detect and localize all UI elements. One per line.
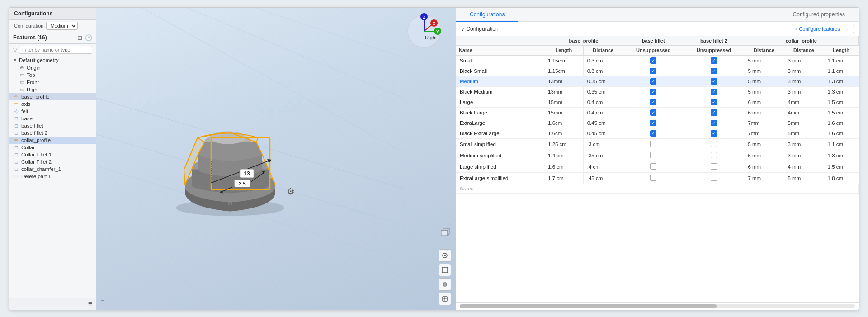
cell-bf-unsuppressed[interactable] xyxy=(623,150,684,161)
cell-bf-unsuppressed[interactable]: ✓ xyxy=(623,97,684,107)
cell-bf2-unsuppressed[interactable]: ✓ xyxy=(684,107,744,118)
cell-bf2-unsuppressed[interactable] xyxy=(684,138,744,150)
tree-item-label: collar_profile xyxy=(21,137,51,143)
features-header: Features (16) ⊞ 🕐 xyxy=(9,32,96,44)
checkbox-bf2[interactable] xyxy=(711,141,717,147)
checkbox-bf[interactable] xyxy=(650,175,656,181)
cell-bf2-unsuppressed[interactable] xyxy=(684,161,744,172)
col-header-row: Name Length Distance Unsuppressed Unsupp… xyxy=(456,45,859,55)
checkbox-bf[interactable]: ✓ xyxy=(650,109,656,116)
tool-btn-4[interactable] xyxy=(439,293,451,305)
tool-btn-1[interactable] xyxy=(439,249,451,262)
table-row[interactable]: Black Large15mm0.4 cm✓✓6 mm4mm1.5 cm xyxy=(456,107,859,118)
cell-bf2-unsuppressed[interactable]: ✓ xyxy=(684,97,744,107)
new-config-row[interactable]: Name xyxy=(456,184,859,193)
cube-nav-icon[interactable] xyxy=(439,227,450,240)
tree-item-collar-fillet-2[interactable]: ◻ Collar Fillet 2 xyxy=(9,158,96,166)
checkbox-bf[interactable]: ✓ xyxy=(650,99,656,105)
tree-item-base[interactable]: ◻ base xyxy=(9,115,96,122)
cell-bf-unsuppressed[interactable] xyxy=(623,161,684,172)
configure-features-btn[interactable]: + Configure features xyxy=(795,26,840,32)
tree-item-delete-part-1[interactable]: ◻ Delete part 1 xyxy=(9,173,96,180)
table-row[interactable]: ExtraLarge1.6cm0.45 cm✓✓7mm5mm1.6 cm xyxy=(456,118,859,128)
tool-btn-2[interactable] xyxy=(439,264,451,276)
checkbox-bf[interactable] xyxy=(650,152,656,158)
cell-bf-unsuppressed[interactable] xyxy=(623,172,684,184)
cell-bf-unsuppressed[interactable]: ✓ xyxy=(623,76,684,86)
cell-bf-unsuppressed[interactable] xyxy=(623,138,684,150)
checkbox-bf[interactable] xyxy=(650,163,656,170)
table-row[interactable]: Medium simplified1.4 cm.35 cm5 mm3 mm1.3… xyxy=(456,150,859,161)
cell-bf-unsuppressed[interactable]: ✓ xyxy=(623,118,684,128)
viewport-gizmo[interactable]: X Y Z xyxy=(406,13,442,49)
tree-item-axis[interactable]: ✏ axis xyxy=(9,100,96,108)
timeline-btn[interactable]: ≡ xyxy=(88,300,92,308)
timeline-bottom-icon[interactable]: ≡ xyxy=(101,298,104,305)
checkbox-bf2[interactable]: ✓ xyxy=(711,57,717,64)
checkbox-bf2[interactable]: ✓ xyxy=(711,68,717,74)
table-row[interactable]: Large simplified1.6 cm.4 cm6 mm4 mm1.5 c… xyxy=(456,161,859,172)
cell-bf2-unsuppressed[interactable]: ✓ xyxy=(684,118,744,128)
tree-item-base-fillet[interactable]: ◻ base fillet xyxy=(9,122,96,129)
tree-item-collar-chamfer-1[interactable]: ◻ collar_chamfer_1 xyxy=(9,166,96,173)
checkbox-bf2[interactable] xyxy=(711,152,717,158)
checkbox-bf[interactable]: ✓ xyxy=(650,120,656,126)
tree-section-default-geometry[interactable]: ▼ Default geometry xyxy=(9,56,96,64)
horizontal-scrollbar[interactable] xyxy=(460,304,855,308)
checkbox-bf2[interactable]: ✓ xyxy=(711,120,717,126)
scrollbar-thumb[interactable] xyxy=(460,304,717,308)
checkbox-bf2[interactable] xyxy=(711,163,717,170)
checkbox-bf[interactable] xyxy=(650,141,656,147)
cell-bf-unsuppressed[interactable]: ✓ xyxy=(623,107,684,118)
checkbox-bf2[interactable] xyxy=(711,175,717,181)
tab-configurations[interactable]: Configurations xyxy=(456,8,518,22)
tree-item-base-fillet-2[interactable]: ◻ base fillet 2 xyxy=(9,129,96,137)
table-row[interactable]: Small1.15cm0.3 cm✓✓5 mm3 mm1.1 cm xyxy=(456,55,859,66)
tree-item-base-profile[interactable]: ✏ base_profile xyxy=(9,93,96,100)
checkbox-bf2[interactable]: ✓ xyxy=(711,78,717,85)
toggle-view-icon[interactable]: ⊞ xyxy=(77,34,82,41)
cell-bf2-unsuppressed[interactable] xyxy=(684,150,744,161)
table-row[interactable]: ExtraLarge simplified1.7 cm.45 cm7 mm5 m… xyxy=(456,172,859,184)
cell-bf2-unsuppressed[interactable]: ✓ xyxy=(684,76,744,86)
tree-item-collar-profile[interactable]: ✏ collar_profile xyxy=(9,137,96,144)
table-row[interactable]: Small simplified1.25 cm.3 cm5 mm3 mm1.1 … xyxy=(456,138,859,150)
table-row[interactable]: Medium13mm0.35 cm✓✓5 mm3 mm1.3 cm xyxy=(456,76,859,86)
config-select[interactable]: Medium Small Large xyxy=(46,22,78,30)
tab-configured-properties[interactable]: Configured properties xyxy=(779,8,859,22)
cell-bf-unsuppressed[interactable]: ✓ xyxy=(623,66,684,76)
checkbox-bf[interactable]: ✓ xyxy=(650,78,656,85)
cell-bf2-unsuppressed[interactable]: ✓ xyxy=(684,86,744,97)
cell-bf-unsuppressed[interactable]: ✓ xyxy=(623,128,684,138)
tool-btn-3[interactable] xyxy=(439,278,451,291)
cell-bf-unsuppressed[interactable]: ✓ xyxy=(623,86,684,97)
checkbox-bf2[interactable]: ✓ xyxy=(711,130,717,137)
more-options-btn[interactable]: ··· xyxy=(844,25,854,33)
checkbox-bf[interactable]: ✓ xyxy=(650,57,656,64)
checkbox-bf[interactable]: ✓ xyxy=(650,68,656,74)
cell-bf2-unsuppressed[interactable] xyxy=(684,172,744,184)
cell-bf-unsuppressed[interactable]: ✓ xyxy=(623,55,684,66)
checkbox-bf2[interactable]: ✓ xyxy=(711,89,717,95)
new-config-name-input[interactable]: Name xyxy=(456,184,859,193)
table-row[interactable]: Black ExtraLarge1.6cm0.45 cm✓✓7mm5mm1.6 … xyxy=(456,128,859,138)
clock-icon[interactable]: 🕐 xyxy=(85,34,92,41)
tree-item-collar[interactable]: ◻ Collar xyxy=(9,144,96,151)
checkbox-bf2[interactable]: ✓ xyxy=(711,109,717,116)
cell-bf2-unsuppressed[interactable]: ✓ xyxy=(684,128,744,138)
tree-item-collar-fillet-1[interactable]: ◻ Collar Fillet 1 xyxy=(9,151,96,158)
cell-bf2-unsuppressed[interactable]: ✓ xyxy=(684,55,744,66)
tree-item-top[interactable]: ▭ Top xyxy=(9,71,96,79)
table-row[interactable]: Black Medium13mm0.35 cm✓✓5 mm3 mm1.3 cm xyxy=(456,86,859,97)
table-row[interactable]: Large15mm0.4 cm✓✓6 mm4mm1.5 cm xyxy=(456,97,859,107)
cell-bf2-unsuppressed[interactable]: ✓ xyxy=(684,66,744,76)
checkbox-bf[interactable]: ✓ xyxy=(650,130,656,137)
checkbox-bf2[interactable]: ✓ xyxy=(711,99,717,105)
tree-item-origin[interactable]: ⊕ Origin xyxy=(9,64,96,71)
tree-item-felt[interactable]: ◎ felt xyxy=(9,108,96,115)
tree-item-right[interactable]: ▭ Right xyxy=(9,86,96,93)
checkbox-bf[interactable]: ✓ xyxy=(650,89,656,95)
filter-input[interactable] xyxy=(19,46,92,54)
table-row[interactable]: Black Small1.15cm0.3 cm✓✓5 mm3 mm1.1 cm xyxy=(456,66,859,76)
tree-item-front[interactable]: ▭ Front xyxy=(9,79,96,86)
